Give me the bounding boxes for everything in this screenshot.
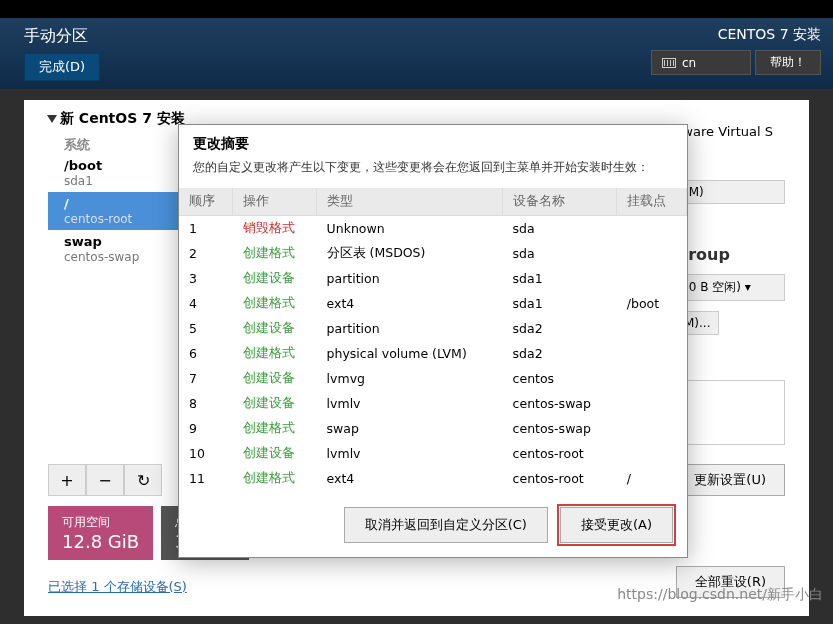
page-title: 手动分区 — [24, 26, 100, 47]
changes-summary-dialog: 更改摘要 您的自定义更改将产生以下变更，这些变更将会在您返回到主菜单并开始安装时… — [178, 124, 688, 558]
storage-devices-link[interactable]: 已选择 1 个存储设备(S) — [48, 578, 187, 596]
partition-toolbar: + − ↻ — [48, 464, 162, 496]
dialog-title: 更改摘要 — [193, 135, 673, 153]
install-header-label: 新 CentOS 7 安装 — [60, 110, 185, 128]
cancel-return-button[interactable]: 取消并返回到自定义分区(C) — [344, 507, 548, 543]
table-row[interactable]: 5创建设备partitionsda2 — [179, 316, 687, 341]
reload-button[interactable]: ↻ — [124, 464, 162, 496]
keyboard-icon — [662, 58, 676, 68]
col-mount[interactable]: 挂载点 — [617, 188, 687, 216]
keyboard-layout-indicator[interactable]: cn — [651, 50, 751, 75]
available-space-label: 可用空间 — [62, 514, 139, 531]
installer-name: CENTOS 7 安装 — [718, 26, 821, 44]
available-space-value: 12.8 GiB — [62, 531, 139, 552]
capacity-unit-button[interactable]: (M) — [675, 180, 785, 204]
col-operation[interactable]: 操作 — [233, 188, 317, 216]
accept-changes-button[interactable]: 接受更改(A) — [560, 507, 673, 543]
table-row[interactable]: 11创建格式ext4centos-root/ — [179, 466, 687, 491]
available-space-box: 可用空间 12.8 GiB — [48, 506, 153, 560]
table-row[interactable]: 6创建格式physical volume (LVM)sda2 — [179, 341, 687, 366]
update-settings-button[interactable]: 更新设置(U) — [675, 464, 785, 496]
volume-group-select[interactable]: (0 B 空闲) ▾ — [675, 274, 785, 301]
col-type[interactable]: 类型 — [317, 188, 503, 216]
table-row[interactable]: 7创建设备lvmvgcentos — [179, 366, 687, 391]
table-row[interactable]: 9创建格式swapcentos-swap — [179, 416, 687, 441]
keyboard-layout-label: cn — [682, 56, 696, 70]
done-button[interactable]: 完成(D) — [24, 53, 100, 81]
table-row[interactable]: 10创建设备lvmlvcentos-root — [179, 441, 687, 466]
remove-partition-button[interactable]: − — [86, 464, 124, 496]
table-row[interactable]: 4创建格式ext4sda1/boot — [179, 291, 687, 316]
help-button[interactable]: 帮助！ — [755, 50, 821, 75]
window-top-bar — [0, 0, 833, 18]
add-partition-button[interactable]: + — [48, 464, 86, 496]
table-row[interactable]: 2创建格式分区表 (MSDOS)sda — [179, 241, 687, 266]
volume-group-label: Group — [675, 245, 785, 264]
dialog-description: 您的自定义更改将产生以下变更，这些变更将会在您返回到主菜单并开始安装时生效： — [193, 159, 673, 176]
changes-table: 顺序 操作 类型 设备名称 挂载点 1销毁格式Unknownsda2创建格式分区… — [179, 188, 687, 491]
col-order[interactable]: 顺序 — [179, 188, 233, 216]
header-bar: 手动分区 完成(D) CENTOS 7 安装 cn 帮助！ — [0, 18, 833, 89]
table-row[interactable]: 8创建设备lvmlvcentos-swap — [179, 391, 687, 416]
table-row[interactable]: 1销毁格式Unknownsda — [179, 216, 687, 242]
table-row[interactable]: 3创建设备partitionsda1 — [179, 266, 687, 291]
chevron-down-icon — [47, 115, 57, 123]
col-device[interactable]: 设备名称 — [503, 188, 617, 216]
watermark-text: https://blog.csdn.net/新手小白 — [617, 586, 823, 604]
